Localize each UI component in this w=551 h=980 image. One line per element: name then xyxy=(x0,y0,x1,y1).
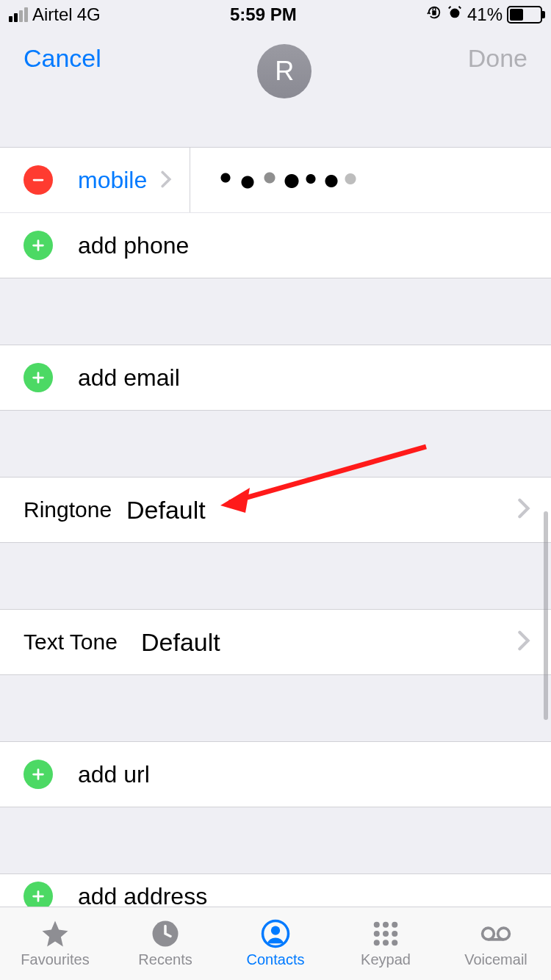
status-time: 5:59 PM xyxy=(230,4,297,25)
phone-number-value[interactable] xyxy=(211,169,358,191)
carrier-label: Airtel xyxy=(32,4,73,25)
texttone-section: Text Tone Default xyxy=(0,609,551,675)
star-icon xyxy=(37,919,73,948)
phone-row-mobile[interactable]: mobile xyxy=(0,148,551,213)
status-bar: Airtel 4G 5:59 PM 41% xyxy=(0,0,551,29)
svg-point-12 xyxy=(392,931,397,937)
tab-label: Favourites xyxy=(21,951,89,968)
svg-point-1 xyxy=(450,9,460,18)
svg-point-10 xyxy=(374,931,380,937)
add-url-row[interactable]: add url xyxy=(0,742,551,807)
add-icon xyxy=(24,363,53,392)
phone-type-label[interactable]: mobile xyxy=(78,167,147,194)
texttone-row[interactable]: Text Tone Default xyxy=(0,610,551,674)
cancel-button[interactable]: Cancel xyxy=(24,44,101,73)
svg-point-9 xyxy=(392,922,397,928)
texttone-label: Text Tone xyxy=(24,630,141,655)
add-address-row[interactable]: add address xyxy=(0,874,551,907)
chevron-right-icon xyxy=(517,496,530,525)
ringtone-value: Default xyxy=(126,496,206,525)
tab-bar: Favourites Recents Contacts Keypad Voice… xyxy=(0,907,551,980)
scroll-indicator[interactable] xyxy=(544,511,548,720)
orientation-lock-icon xyxy=(426,4,442,25)
voicemail-icon xyxy=(478,919,514,948)
tab-voicemail[interactable]: Voicemail xyxy=(441,907,551,980)
url-section: add url xyxy=(0,741,551,807)
signal-strength-icon xyxy=(9,7,28,22)
chevron-right-icon xyxy=(517,628,530,657)
phone-section: mobile add phone xyxy=(0,147,551,278)
contact-icon xyxy=(258,919,293,948)
ringtone-section: Ringtone Default xyxy=(0,477,551,543)
add-phone-row[interactable]: add phone xyxy=(0,213,551,278)
keypad-icon xyxy=(368,919,403,948)
svg-point-14 xyxy=(383,940,389,945)
divider xyxy=(190,148,190,212)
tab-recents[interactable]: Recents xyxy=(110,907,220,980)
remove-phone-icon[interactable] xyxy=(24,165,53,195)
tab-favourites[interactable]: Favourites xyxy=(0,907,110,980)
add-address-label: add address xyxy=(78,883,207,907)
battery-icon xyxy=(507,6,542,24)
tab-label: Voicemail xyxy=(464,951,527,968)
done-button[interactable]: Done xyxy=(468,44,527,73)
nav-header: Cancel R Done xyxy=(0,29,551,147)
tab-label: Recents xyxy=(138,951,192,968)
svg-point-15 xyxy=(392,940,397,945)
add-icon xyxy=(24,760,53,789)
add-icon xyxy=(24,231,53,260)
add-email-row[interactable]: add email xyxy=(0,345,551,410)
svg-point-8 xyxy=(383,922,389,928)
tab-label: Contacts xyxy=(247,951,305,968)
svg-point-16 xyxy=(483,928,494,940)
svg-point-7 xyxy=(374,922,380,928)
clock-icon xyxy=(148,919,183,948)
svg-rect-2 xyxy=(33,179,44,181)
address-section: add address xyxy=(0,873,551,907)
battery-percent: 41% xyxy=(467,4,503,25)
chevron-right-icon xyxy=(160,167,172,194)
tab-label: Keypad xyxy=(361,951,411,968)
add-phone-label: add phone xyxy=(78,232,189,259)
tab-contacts[interactable]: Contacts xyxy=(220,907,331,980)
email-section: add email xyxy=(0,345,551,411)
network-label: 4G xyxy=(77,4,101,25)
contact-avatar[interactable]: R xyxy=(257,44,311,98)
ringtone-row[interactable]: Ringtone Default xyxy=(0,478,551,542)
svg-point-13 xyxy=(374,940,380,945)
svg-point-6 xyxy=(271,926,280,935)
texttone-value: Default xyxy=(141,628,220,657)
add-email-label: add email xyxy=(78,364,180,392)
svg-point-17 xyxy=(498,928,510,940)
add-url-label: add url xyxy=(78,761,150,788)
tab-keypad[interactable]: Keypad xyxy=(331,907,441,980)
avatar-initial: R xyxy=(275,56,294,87)
ringtone-label: Ringtone xyxy=(24,497,126,522)
alarm-icon xyxy=(447,4,463,25)
svg-rect-0 xyxy=(432,10,436,15)
svg-point-11 xyxy=(383,931,389,937)
add-icon xyxy=(24,882,53,907)
